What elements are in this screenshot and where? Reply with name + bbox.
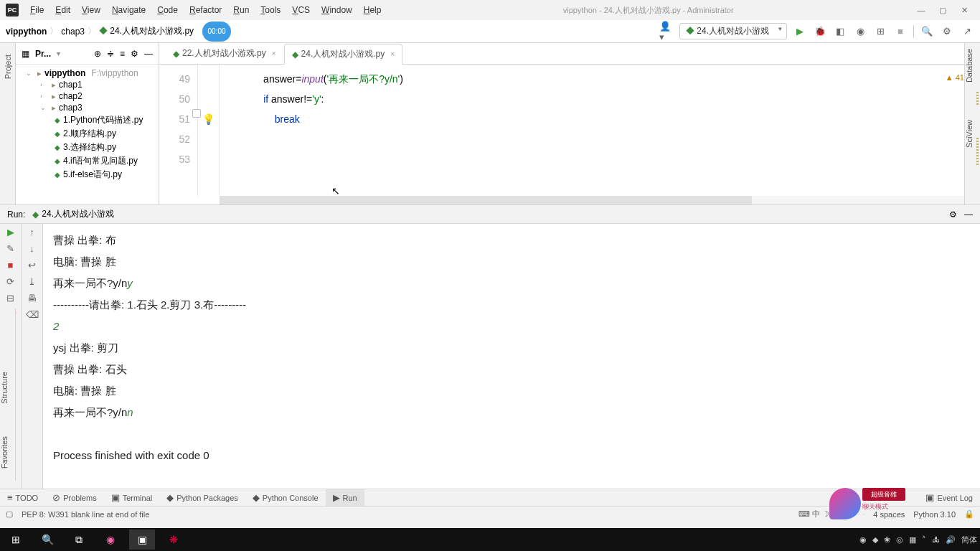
debug-button[interactable]: 🐞 xyxy=(813,24,827,39)
coverage-button[interactable]: ◧ xyxy=(833,24,847,39)
tray-icon[interactable]: ◎ xyxy=(896,535,903,545)
favorites-tool-button[interactable]: Favorites xyxy=(0,430,9,474)
down-stack-icon[interactable]: ↓ xyxy=(29,243,34,254)
code-line[interactable]: break xyxy=(241,109,980,129)
project-tool-button[interactable]: Project xyxy=(4,49,12,85)
structure-tool-button[interactable]: Structure xyxy=(0,366,9,410)
menu-help[interactable]: Help xyxy=(359,4,386,17)
editor-tab[interactable]: ◆ 22.人机对战小游戏.py× xyxy=(165,43,284,64)
bottom-tab-python-console[interactable]: ◆Python Console xyxy=(245,489,326,506)
up-stack-icon[interactable]: ↑ xyxy=(29,227,34,237)
code-line[interactable]: if answer!='y': xyxy=(241,89,980,109)
rerun-button[interactable]: ▶ xyxy=(7,227,14,237)
concurrency-button[interactable]: ⊞ xyxy=(873,24,887,39)
tray-up-icon[interactable]: ˄ xyxy=(922,535,926,545)
tree-item[interactable]: ◆ 4.if语句常见问题.py xyxy=(16,154,159,168)
event-log-tab[interactable]: ▣Event Log xyxy=(918,489,980,506)
editor-tab[interactable]: ◆ 24.人机对战小游戏.py× xyxy=(284,44,403,65)
project-view-icon[interactable]: ▦ xyxy=(22,49,29,59)
app-taskbar-2[interactable]: ❋ xyxy=(161,529,187,550)
breadcrumb-item[interactable]: chap3 xyxy=(61,27,85,37)
lock-icon[interactable]: 🔒 xyxy=(964,509,974,519)
layout-icon[interactable]: ⊟ xyxy=(6,293,14,303)
search-taskbar-button[interactable]: 🔍 xyxy=(34,529,60,550)
close-button[interactable]: ✕ xyxy=(954,2,974,18)
minimize-button[interactable]: — xyxy=(911,2,931,18)
timer-badge[interactable]: 00:00 xyxy=(202,22,231,42)
soft-wrap-icon[interactable]: ↩ xyxy=(28,260,36,270)
tree-item[interactable]: ◆ 1.Python代码描述.py xyxy=(16,113,159,127)
notifications-button[interactable]: ↗ xyxy=(960,24,974,39)
network-icon[interactable]: 🖧 xyxy=(932,535,940,544)
tree-item[interactable]: ›▸ chap1 xyxy=(16,79,159,90)
interpreter-indicator[interactable]: Python 3.10 xyxy=(913,510,956,519)
maximize-button[interactable]: ▢ xyxy=(933,2,953,18)
tree-item[interactable]: ⌄▸ chap3 xyxy=(16,102,159,113)
menu-edit[interactable]: Edit xyxy=(51,4,75,17)
menu-tools[interactable]: Tools xyxy=(256,4,285,17)
database-tool-button[interactable]: Database xyxy=(965,43,974,90)
stop-run-button[interactable]: ■ xyxy=(8,260,14,270)
scroll-end-icon[interactable]: ⤓ xyxy=(28,276,36,287)
run-config-selector[interactable]: ◆ 24.人机对战小游戏 xyxy=(679,23,787,39)
tray-icon[interactable]: ◉ xyxy=(859,535,867,545)
sciview-tool-button[interactable]: SciView xyxy=(965,114,974,155)
breadcrumb-item[interactable]: ◆ 24.人机对战小游戏.py xyxy=(99,25,194,37)
menu-file[interactable]: File xyxy=(26,4,48,17)
tree-item[interactable]: ◆ 3.选择结构.py xyxy=(16,141,159,154)
modify-run-button[interactable]: ✎ xyxy=(6,243,14,254)
tree-item[interactable]: ⌄▸ vippythonF:\vippython xyxy=(16,67,159,79)
menu-vcs[interactable]: VCS xyxy=(288,4,314,17)
menu-navigate[interactable]: Navigate xyxy=(108,4,150,17)
close-tab-icon[interactable]: × xyxy=(272,50,276,57)
menu-refactor[interactable]: Refactor xyxy=(185,4,226,17)
close-tab-icon[interactable]: × xyxy=(390,50,395,58)
run-settings-icon[interactable]: ⚙ xyxy=(949,209,957,220)
app-taskbar-1[interactable]: ◉ xyxy=(98,529,123,550)
search-button[interactable]: 🔍 xyxy=(920,24,934,39)
language-indicator[interactable]: 简体 xyxy=(961,534,977,545)
settings-icon[interactable]: ⚙ xyxy=(131,49,138,59)
tree-item[interactable]: ◆ 5.if-else语句.py xyxy=(16,168,159,182)
bottom-tab-problems[interactable]: ⊘Problems xyxy=(45,489,103,506)
bottom-tab-todo[interactable]: ≡TODO xyxy=(0,489,45,506)
hide-panel-icon[interactable]: — xyxy=(144,49,153,59)
menu-window[interactable]: Window xyxy=(317,4,357,17)
taskview-button[interactable]: ⧉ xyxy=(66,529,92,550)
menu-run[interactable]: Run xyxy=(229,4,253,17)
tray-icon[interactable]: ▦ xyxy=(909,535,916,545)
tray-icon[interactable]: ◆ xyxy=(872,535,878,545)
tray-icon[interactable]: ❀ xyxy=(884,535,890,545)
code-area[interactable]: 41 ʌ v answer=input('再来一局不?y/n') if answ… xyxy=(220,65,980,196)
hide-run-panel-icon[interactable]: — xyxy=(964,209,973,220)
tree-item[interactable]: ◆ 2.顺序结构.py xyxy=(16,127,159,141)
editor-horizontal-scrollbar[interactable] xyxy=(220,196,980,204)
run-button[interactable]: ▶ xyxy=(793,24,807,39)
project-tree[interactable]: ⌄▸ vippythonF:\vippython›▸ chap1›▸ chap2… xyxy=(16,65,159,184)
expand-all-icon[interactable]: ≑ xyxy=(107,49,114,59)
bottom-tab-terminal[interactable]: ▣Terminal xyxy=(104,489,160,506)
code-line[interactable]: answer=input('再来一局不?y/n') xyxy=(241,69,980,89)
warnings-badge[interactable]: 41 xyxy=(946,67,964,88)
bottom-tab-run[interactable]: ▶Run xyxy=(326,489,364,506)
menu-code[interactable]: Code xyxy=(153,4,182,17)
print-icon[interactable]: 🖶 xyxy=(27,293,37,303)
stop-button[interactable]: ■ xyxy=(893,24,908,39)
start-button[interactable]: ⊞ xyxy=(3,529,29,550)
clear-icon[interactable]: ⌫ xyxy=(26,309,39,320)
profile-button[interactable]: ◉ xyxy=(853,24,867,39)
menu-view[interactable]: View xyxy=(77,4,105,17)
fold-marker[interactable] xyxy=(192,109,201,118)
breadcrumb-item[interactable]: vippython xyxy=(6,27,47,37)
collapse-all-icon[interactable]: ≡ xyxy=(120,49,125,59)
bottom-tab-python-packages[interactable]: ◆Python Packages xyxy=(159,489,245,506)
users-icon[interactable]: 👤▾ xyxy=(659,24,674,39)
volume-icon[interactable]: 🔊 xyxy=(946,535,956,545)
settings-button[interactable]: ⚙ xyxy=(940,24,954,39)
floating-widget[interactable]: 超级音雄 聊天模式 xyxy=(829,488,908,514)
editor-body[interactable]: 4950515253 💡 41 ʌ v answer=input('再来一局不?… xyxy=(159,65,980,196)
select-open-file-icon[interactable]: ⊕ xyxy=(94,49,101,59)
intention-bulb-icon[interactable]: 💡 xyxy=(202,113,215,125)
pycharm-taskbar[interactable]: ▣ xyxy=(129,529,155,550)
console-output[interactable]: 曹操 出拳: 布电脑: 曹操 胜再来一局不?y/ny----------请出拳:… xyxy=(43,224,980,489)
